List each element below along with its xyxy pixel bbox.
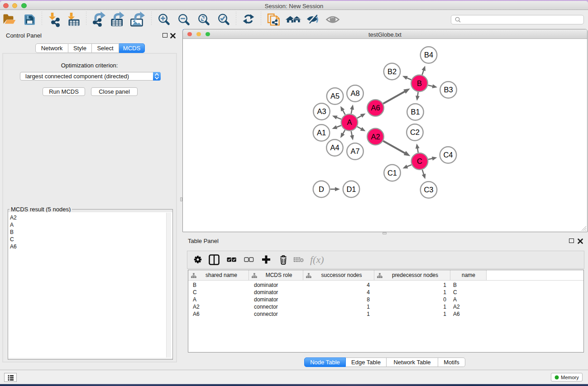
svg-text:name: name <box>462 272 475 278</box>
svg-text:B2: B2 <box>387 67 397 76</box>
svg-text:C1: C1 <box>387 169 397 177</box>
svg-text:C: C <box>193 289 197 295</box>
svg-text:B4: B4 <box>424 51 433 59</box>
svg-text:C3: C3 <box>424 186 433 194</box>
svg-text:predecessor nodes: predecessor nodes <box>392 272 438 278</box>
svg-text:C2: C2 <box>410 128 420 136</box>
svg-text:A5: A5 <box>330 92 339 100</box>
svg-text:A2: A2 <box>193 304 200 310</box>
svg-text:C4: C4 <box>443 151 453 159</box>
svg-text:A8: A8 <box>350 89 359 97</box>
svg-text:A7: A7 <box>350 147 359 155</box>
svg-text:1: 1 <box>367 311 370 317</box>
svg-text:D1: D1 <box>346 185 356 193</box>
svg-text:B: B <box>193 282 196 288</box>
svg-text:8: 8 <box>367 296 370 303</box>
svg-text:A2: A2 <box>453 304 460 310</box>
svg-text:A1: A1 <box>317 129 326 137</box>
svg-text:C: C <box>417 157 422 165</box>
svg-text:dominator: dominator <box>254 296 278 303</box>
svg-text:1: 1 <box>367 304 370 310</box>
svg-text:1: 1 <box>443 282 446 288</box>
svg-text:A6: A6 <box>453 311 460 317</box>
svg-text:1: 1 <box>443 289 446 295</box>
svg-text:1: 1 <box>443 304 446 310</box>
svg-text:B1: B1 <box>411 108 420 116</box>
svg-text:B: B <box>417 79 422 87</box>
svg-text:A2: A2 <box>371 133 380 141</box>
svg-text:4: 4 <box>367 282 370 288</box>
svg-text:A: A <box>453 296 457 303</box>
svg-text:0: 0 <box>443 296 446 303</box>
svg-text:MCDS role: MCDS role <box>266 272 292 278</box>
svg-text:dominator: dominator <box>254 282 278 288</box>
svg-text:connector: connector <box>254 304 278 310</box>
svg-text:connector: connector <box>254 311 278 317</box>
svg-text:A3: A3 <box>317 107 326 115</box>
svg-text:1: 1 <box>443 311 446 317</box>
svg-text:D: D <box>319 185 324 193</box>
svg-text:shared name: shared name <box>206 272 237 278</box>
svg-text:A6: A6 <box>193 311 200 317</box>
svg-text:A4: A4 <box>330 143 339 152</box>
svg-text:A6: A6 <box>371 104 380 112</box>
svg-text:4: 4 <box>367 289 370 295</box>
svg-text:B3: B3 <box>444 86 453 94</box>
svg-text:A: A <box>193 296 196 303</box>
svg-text:dominator: dominator <box>254 289 278 295</box>
svg-text:f(x): f(x) <box>310 254 324 265</box>
svg-text:C: C <box>453 289 457 295</box>
svg-text:A: A <box>347 118 352 126</box>
svg-text:successor nodes: successor nodes <box>321 272 362 278</box>
svg-text:B: B <box>453 282 457 288</box>
